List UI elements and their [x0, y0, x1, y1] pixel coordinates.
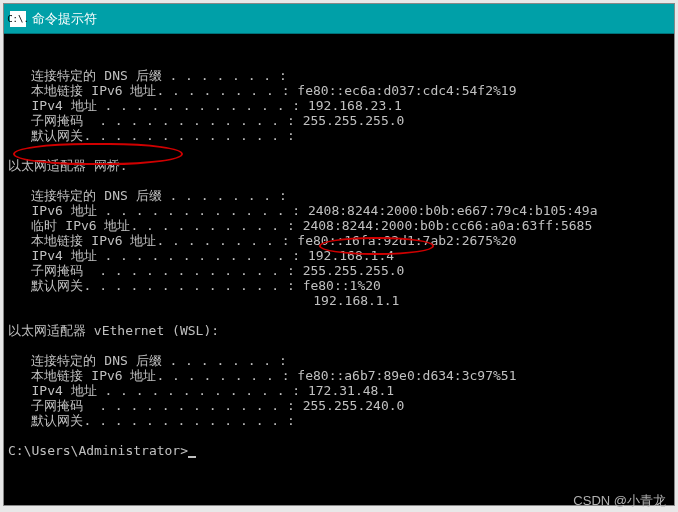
- cursor: [188, 456, 196, 458]
- output-line: IPv6 地址 . . . . . . . . . . . . : 2408:8…: [8, 203, 598, 218]
- output-line: [8, 143, 16, 158]
- output-line: [8, 173, 16, 188]
- output-line: 连接特定的 DNS 后缀 . . . . . . . :: [8, 68, 287, 83]
- output-line: 连接特定的 DNS 后缀 . . . . . . . :: [8, 353, 287, 368]
- output-line: 本地链接 IPv6 地址. . . . . . . . : fe80::16fa…: [8, 233, 516, 248]
- output-line: 本地链接 IPv6 地址. . . . . . . . : fe80::ec6a…: [8, 83, 516, 98]
- output-line: 默认网关. . . . . . . . . . . . . :: [8, 413, 295, 428]
- terminal-output[interactable]: 连接特定的 DNS 后缀 . . . . . . . : 本地链接 IPv6 地…: [4, 34, 674, 505]
- output-line: [8, 308, 16, 323]
- output-line: [8, 428, 16, 443]
- output-line: 临时 IPv6 地址. . . . . . . . . . : 2408:824…: [8, 218, 592, 233]
- watermark: CSDN @小青龙: [573, 492, 666, 510]
- output-line: 子网掩码 . . . . . . . . . . . . : 255.255.2…: [8, 263, 404, 278]
- output-line: [8, 53, 16, 68]
- output-line: IPv4 地址 . . . . . . . . . . . . : 192.16…: [8, 248, 394, 263]
- output-line: [8, 338, 16, 353]
- output-line: 默认网关. . . . . . . . . . . . . :: [8, 128, 295, 143]
- titlebar[interactable]: C:\. 命令提示符: [4, 4, 674, 34]
- ipv4-bridge-value: 192.168.1.4: [308, 248, 394, 263]
- prompt-line[interactable]: C:\Users\Administrator>: [8, 443, 196, 458]
- output-line: 本地链接 IPv6 地址. . . . . . . . : fe80::a6b7…: [8, 368, 516, 383]
- output-line: 默认网关. . . . . . . . . . . . . : fe80::1%…: [8, 278, 381, 293]
- window-icon: C:\.: [10, 11, 26, 27]
- output-line: IPv4 地址 . . . . . . . . . . . . : 192.16…: [8, 98, 402, 113]
- output-line: 192.168.1.1: [8, 293, 399, 308]
- output-line: 连接特定的 DNS 后缀 . . . . . . . :: [8, 188, 287, 203]
- output-line: 子网掩码 . . . . . . . . . . . . : 255.255.2…: [8, 113, 404, 128]
- adapter-header-wsl: 以太网适配器 vEthernet (WSL):: [8, 323, 219, 338]
- output-line: 子网掩码 . . . . . . . . . . . . : 255.255.2…: [8, 398, 404, 413]
- window-title: 命令提示符: [32, 10, 97, 28]
- output-line: IPv4 地址 . . . . . . . . . . . . : 172.31…: [8, 383, 394, 398]
- command-prompt-window: C:\. 命令提示符 连接特定的 DNS 后缀 . . . . . . . : …: [3, 3, 675, 506]
- adapter-header-bridge: 以太网适配器 网桥:: [8, 158, 128, 173]
